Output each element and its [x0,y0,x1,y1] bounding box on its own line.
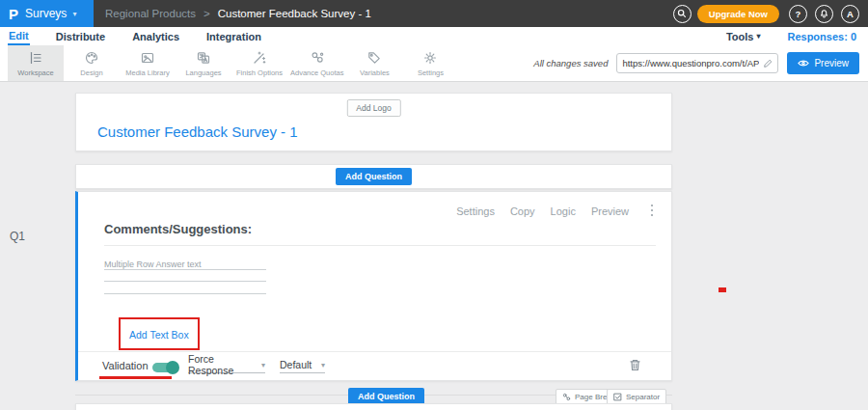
toolbar-right: All changes saved https://www.questionpr… [533,45,868,81]
tool-media-library[interactable]: Media Library [120,45,176,81]
product-switcher[interactable]: P Surveys ▾ [0,0,94,27]
tool-label: Media Library [125,68,169,77]
topbar-actions: Upgrade Now ? A [673,5,868,23]
question-card: Settings Copy Logic Preview Comments/Sug… [75,191,672,381]
tool-label: Settings [418,68,444,77]
separator-label: Separator [626,393,660,401]
tool-label: Languages [185,68,221,77]
add-question-strip: Add Question [75,164,672,189]
add-question-button-top[interactable]: Add Question [336,168,412,185]
validation-toggle[interactable] [152,363,177,372]
pencil-icon[interactable] [763,59,773,68]
question-settings-link[interactable]: Settings [456,205,495,217]
tools-label: Tools [726,31,754,42]
next-block-card [75,403,672,410]
tag-icon [366,50,382,66]
answer-row-3[interactable] [104,282,266,294]
add-text-box-link[interactable]: Add Text Box [129,329,189,341]
add-logo-button[interactable]: Add Logo [346,99,400,117]
tool-label: Design [80,68,102,77]
force-response-dropdown[interactable]: Force Response ▾ [188,357,265,373]
question-logic-link[interactable]: Logic [551,205,576,217]
default-label: Default [280,359,312,370]
upgrade-now-label: Upgrade Now [709,9,768,19]
force-response-label: Force Response [188,353,261,376]
tool-label: Workspace [17,68,53,77]
tool-variables[interactable]: Variables [346,45,402,81]
question-number: Q1 [10,230,25,243]
search-button[interactable] [673,5,692,23]
more-options-button[interactable] [650,204,654,221]
top-bar: P Surveys ▾ Regional Products > Customer… [0,0,868,27]
question-copy-link[interactable]: Copy [510,205,535,217]
chevron-down-icon: ▾ [321,361,325,369]
tool-finish-options[interactable]: Finish Options [231,45,287,81]
validation-annotation-underline [99,376,172,379]
delete-question-button[interactable] [629,358,641,375]
multirow-answer-field[interactable]: Multiple Row Answer text [104,258,266,294]
tool-design[interactable]: Design [64,45,120,81]
breadcrumb-folder[interactable]: Regional Products [105,8,196,19]
checkbox-check-icon [613,393,622,401]
answer-row-2[interactable] [104,270,266,283]
chevron-down-icon: ▾ [756,32,760,41]
red-annotation-mark [719,287,726,292]
translate-icon [196,50,211,66]
preview-label: Preview [814,58,849,68]
palette-icon [84,50,99,66]
chevron-down-icon: ▾ [72,10,76,18]
chevron-down-icon: ▾ [261,361,265,369]
main-nav: Edit Distribute Analytics Integration To… [0,27,868,45]
quota-icon [310,50,325,66]
app-name: Surveys [25,7,67,20]
toggle-knob [166,361,179,374]
question-preview-link[interactable]: Preview [591,205,629,217]
tool-label: Variables [360,68,390,77]
answer-row-1[interactable]: Multiple Row Answer text [104,258,266,270]
answer-placeholder: Multiple Row Answer text [104,260,202,269]
survey-url-box[interactable]: https://www.questionpro.com/t/APNrFZ [616,53,778,73]
survey-header-card: Add Logo Customer Feedback Survey - 1 [75,93,672,151]
trash-icon [629,358,641,371]
upgrade-now-button[interactable]: Upgrade Now [697,5,779,23]
tool-advance-quotas[interactable]: Advance Quotas [287,45,346,81]
tab-integration[interactable]: Integration [205,27,262,45]
help-button[interactable]: ? [789,5,807,23]
validation-divider [78,351,671,352]
responses-link[interactable]: Responses: 0 [787,31,856,42]
search-icon [676,8,688,19]
tool-label: Advance Quotas [290,68,343,77]
breadcrumb-current-survey: Customer Feedback Survey - 1 [218,8,371,19]
default-dropdown[interactable]: Default ▾ [280,357,325,373]
save-status: All changes saved [533,58,608,68]
workspace-toolbar: Workspace Design Media Library Languages… [0,45,868,82]
tab-edit[interactable]: Edit [8,27,30,45]
tool-settings[interactable]: Settings [402,45,458,81]
breadcrumb-separator-icon: > [203,8,210,19]
workspace-icon [28,50,43,66]
nav-right: Tools ▾ Responses: 0 [726,27,868,45]
validation-label: Validation [102,360,149,371]
more-vertical-icon [650,204,654,217]
survey-title[interactable]: Customer Feedback Survey - 1 [97,123,298,140]
question-title-divider [104,245,656,246]
survey-url[interactable]: https://www.questionpro.com/t/APNrFZ [622,58,759,68]
question-title[interactable]: Comments/Suggestions: [104,222,252,236]
account-avatar[interactable]: A [841,5,859,23]
eye-icon [798,59,809,68]
tools-menu[interactable]: Tools ▾ [726,31,761,42]
question-actions: Settings Copy Logic Preview [456,205,629,217]
notifications-button[interactable] [815,5,833,23]
bell-icon [819,9,829,19]
tool-label: Finish Options [236,68,283,77]
questionpro-logo-icon: P [9,6,18,22]
page-break-icon [562,393,571,401]
wand-icon [252,50,267,66]
tool-languages[interactable]: Languages [176,45,231,81]
help-label: ? [796,9,801,19]
preview-button[interactable]: Preview [787,52,859,74]
tab-distribute[interactable]: Distribute [55,27,106,45]
tool-workspace[interactable]: Workspace [8,45,64,81]
tab-analytics[interactable]: Analytics [131,27,180,45]
survey-editor-screen: P Surveys ▾ Regional Products > Customer… [0,0,868,410]
